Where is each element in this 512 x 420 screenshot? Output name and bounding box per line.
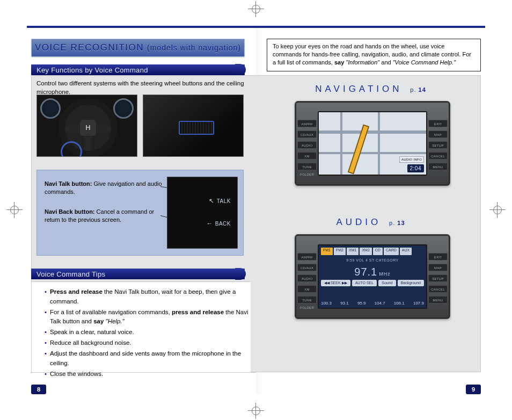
device-side-button: EXIT <box>428 253 448 260</box>
page-number-left: 8 <box>31 385 46 394</box>
tip-item: For a list of available navigation comma… <box>45 308 252 327</box>
subheading-key-functions: Key Functions by Voice Command <box>31 64 245 75</box>
annotation-box: Navi Talk button: Give navigation and au… <box>36 170 244 256</box>
tips-list: Press and release the Navi Talk button, … <box>31 281 261 373</box>
device-side-button: SETUP <box>428 141 448 149</box>
device-side-button: CANCEL <box>428 285 448 293</box>
subheading-text: Voice Command Tips <box>36 270 105 278</box>
heading-navigation: NAVIGATION p. 14 <box>256 84 485 95</box>
audio-screen: FM1FM2XM1XM2CDCARDAUX 9:59 VOL 4 ST CATE… <box>318 244 427 309</box>
note-navi-talk: Navi Talk button: Give navigation and au… <box>45 180 163 196</box>
callout-text: and <box>379 59 392 66</box>
audio-info-button: AUDIO INFO <box>399 156 424 163</box>
page-ref: p. 13 <box>389 220 405 226</box>
registration-mark-bottom <box>248 403 264 419</box>
nav-screen: AUDIO INFO 2:04 <box>318 111 427 176</box>
page-number-right: 9 <box>466 385 481 394</box>
audio-preset: 100.3 <box>321 301 332 306</box>
device-side-button: TUNE FOLDER <box>297 163 317 170</box>
device-side-button: AM/FM <box>297 120 317 127</box>
banner-subtitle: (models with navigation) <box>147 44 241 52</box>
audio-band-tab: XM1 <box>347 248 359 255</box>
top-rule <box>251 26 485 28</box>
device-side-button: MAP GUIDE <box>428 264 448 271</box>
audio-band-tab: FM2 <box>334 248 346 255</box>
callout-box: To keep your eyes on the road and hands … <box>267 39 481 71</box>
page-left: VOICE RECOGNITION (models with navigatio… <box>27 26 256 394</box>
callout-bold: say <box>334 59 344 66</box>
device-side-button: MENU <box>428 296 448 303</box>
audio-band-tab: CD <box>373 248 383 255</box>
device-side-button: TUNE FOLDER <box>297 296 317 303</box>
device-side-button: MENU <box>428 163 448 170</box>
image-wheel-detail: TALK BACK <box>167 177 238 249</box>
tip-item: Press and release the Navi Talk button, … <box>45 287 252 307</box>
audio-soft-button: Sound <box>378 280 396 286</box>
audio-soft-button: AUTO SEL <box>352 280 377 286</box>
audio-band-tab: FM1 <box>321 248 333 255</box>
audio-band-tab: CARD <box>384 248 399 255</box>
device-side-button: AUDIO <box>297 274 317 282</box>
device-side-button: XM <box>297 285 317 293</box>
audio-soft-button: Background <box>398 280 424 286</box>
device-side-button: CANCEL <box>428 152 448 160</box>
device-side-button: SETUP <box>428 274 448 282</box>
banner-title: VOICE RECOGNITION <box>35 42 144 53</box>
audio-preset: 106.1 <box>394 301 405 306</box>
registration-mark-right <box>489 202 506 218</box>
device-side-button: MAP GUIDE <box>428 131 448 138</box>
note-navi-back: Navi Back button: Cancel a command or re… <box>45 208 163 224</box>
tip-item: Reduce all background noise. <box>45 338 252 348</box>
audio-preset: 104.7 <box>375 301 385 306</box>
registration-mark-left <box>6 202 23 218</box>
subheading-text: Key Functions by Voice Command <box>36 66 148 74</box>
registration-mark-top <box>248 1 264 17</box>
device-side-button: AM/FM <box>297 253 317 260</box>
audio-preset: 93.1 <box>340 301 349 306</box>
highlight-rect-icon <box>179 121 214 135</box>
audio-band-tab: AUX <box>400 248 412 255</box>
heading-text: AUDIO <box>336 217 381 227</box>
audio-band-row: FM1FM2XM1XM2CDCARDAUX <box>321 248 424 255</box>
device-side-button: CD/AUX <box>297 131 317 138</box>
audio-status-line: 9:59 VOL 4 ST CATEGORY <box>319 258 426 262</box>
audio-frequency: 97.1MHz <box>319 266 426 278</box>
tip-item: Speak in a clear, natural voice. <box>45 328 252 337</box>
device-side-button: CD/AUX <box>297 264 317 271</box>
audio-preset: 107.9 <box>413 301 424 306</box>
page-ref: p. 14 <box>410 86 426 93</box>
device-side-button: XM <box>297 152 317 160</box>
section-banner: VOICE RECOGNITION (models with navigatio… <box>31 39 245 57</box>
image-navigation-unit: AUDIO INFO 2:04 AM/FMCD/AUXAUDIOXMTUNE F… <box>295 101 450 186</box>
tip-item: Close the windows. <box>45 370 252 379</box>
subheading-voice-tips: Voice Command Tips <box>31 269 245 279</box>
page-right: To keep your eyes on the road and hands … <box>256 26 485 394</box>
device-side-button: AUDIO <box>297 141 317 149</box>
page-spread: VOICE RECOGNITION (models with navigatio… <box>27 26 485 394</box>
heading-audio: AUDIO p. 13 <box>256 217 485 228</box>
image-audio-unit: FM1FM2XM1XM2CDCARDAUX 9:59 VOL 4 ST CATE… <box>295 234 450 319</box>
heading-text: NAVIGATION <box>315 84 402 94</box>
audio-band-tab: XM2 <box>360 248 371 255</box>
talk-icon-label: TALK <box>209 197 231 205</box>
callout-italic: "Information" <box>344 59 379 66</box>
audio-preset: 95.9 <box>357 301 366 306</box>
tip-item: Adjust the dashboard and side vents away… <box>45 349 252 368</box>
audio-button-row: ◀◀ SEEK ▶▶AUTO SELSoundBackground <box>321 280 424 286</box>
back-icon-label: BACK <box>206 219 231 228</box>
nav-clock: 2:04 <box>407 164 424 172</box>
image-steering-wheel <box>36 95 137 157</box>
top-rule <box>27 26 261 28</box>
image-ceiling-microphone <box>143 95 244 157</box>
intro-text: Control two different systems with the s… <box>36 79 248 96</box>
seek-control: ◀◀ SEEK ▶▶ <box>321 280 350 286</box>
device-side-button: EXIT <box>428 120 448 127</box>
audio-preset-row: 100.393.195.9104.7106.1107.9 <box>321 301 424 306</box>
note-label: Navi Talk button: <box>45 180 92 187</box>
note-label: Navi Back button: <box>45 208 95 215</box>
callout-italic: "Voice Command Help." <box>393 59 456 66</box>
